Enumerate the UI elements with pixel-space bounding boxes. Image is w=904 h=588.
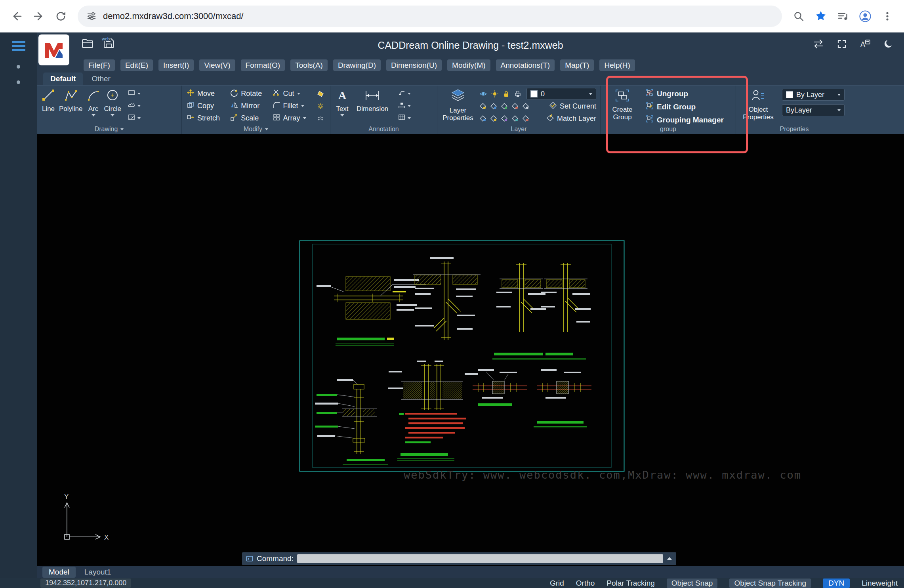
site-settings-icon[interactable] [86, 11, 97, 21]
revision-cloud-button[interactable] [128, 101, 141, 111]
match-layer-button[interactable]: Match Layer [546, 114, 596, 124]
status-object-snap-tracking[interactable]: Object Snap Tracking [729, 578, 811, 588]
reload-icon[interactable] [51, 7, 71, 26]
rectangle-chevron-icon[interactable] [137, 93, 141, 95]
ungroup-button[interactable]: Ungroup [646, 89, 724, 99]
move-button[interactable]: Move [187, 89, 221, 99]
dim-style-tool-button[interactable] [398, 101, 411, 111]
url-bar[interactable]: demo2.mxdraw3d.com:3000/mxcad/ [78, 6, 782, 27]
drawing-canvas[interactable]: webSdkTry: www. webcodsdk. com,MxDraw: w… [37, 134, 904, 566]
grouping-manager-button[interactable]: Grouping Manager [646, 115, 724, 125]
menu-item-drawing[interactable]: Drawing(D) [333, 59, 381, 71]
revision-cloud-chevron-icon[interactable] [137, 105, 141, 107]
media-controls-icon[interactable] [833, 7, 853, 26]
scale-button[interactable]: Scale [230, 113, 263, 123]
rotate-button[interactable]: Rotate [230, 89, 263, 99]
status-object-snap[interactable]: Object Snap [667, 578, 718, 588]
menu-item-tools[interactable]: Tools(A) [290, 59, 328, 71]
status-polar-tracking[interactable]: Polar Tracking [606, 579, 654, 588]
copy-button[interactable]: Copy [187, 101, 221, 111]
layer-state-6-button[interactable] [479, 115, 486, 122]
polyline-button[interactable]: Polyline [59, 89, 83, 113]
cut-button[interactable]: Cut [273, 89, 308, 99]
bookmark-star-icon[interactable] [811, 7, 830, 26]
explode-button[interactable] [317, 102, 326, 110]
fullscreen-icon[interactable] [837, 39, 847, 49]
browser-menu-icon[interactable] [878, 7, 897, 26]
menu-item-format[interactable]: Format(O) [241, 59, 285, 71]
linetype-dropdown[interactable]: ByLayer [782, 104, 845, 116]
set-current-button[interactable]: Set Current [549, 101, 596, 111]
array-chevron-icon[interactable] [303, 117, 306, 119]
arc-button[interactable]: Arc [87, 89, 100, 116]
linetype-dropdown-chevron-icon[interactable] [837, 109, 841, 111]
fillet-chevron-icon[interactable] [301, 105, 304, 107]
array-button[interactable]: Array [273, 113, 308, 123]
command-expand-icon[interactable] [667, 557, 672, 560]
theme-moon-icon[interactable] [883, 39, 894, 49]
ribbon-tab-default[interactable]: Default [43, 73, 83, 85]
ribbon-tab-other[interactable]: Other [84, 73, 118, 85]
layer-state-8-button[interactable] [501, 115, 508, 122]
layer-state-2-button[interactable] [490, 103, 497, 110]
color-dropdown-chevron-icon[interactable] [837, 94, 841, 96]
circle-button[interactable]: Circle [104, 89, 121, 116]
hamburger-menu-icon[interactable] [10, 39, 27, 53]
language-translate-icon[interactable]: A [860, 39, 871, 49]
status-grid[interactable]: Grid [550, 579, 564, 588]
layer-state-3-button[interactable] [501, 103, 508, 110]
layer-state-4-button[interactable] [511, 103, 519, 110]
circle-dropdown-chevron-icon[interactable] [111, 114, 114, 116]
status-lineweight[interactable]: Lineweight [862, 579, 898, 588]
drawing-panel-chevron-icon[interactable] [120, 128, 124, 130]
layer-dropdown-chevron-icon[interactable] [589, 93, 592, 95]
layer-state-1-button[interactable] [479, 103, 486, 110]
menu-item-help[interactable]: Help(H) [599, 59, 635, 71]
arc-dropdown-chevron-icon[interactable] [92, 114, 95, 116]
menu-item-view[interactable]: View(V) [199, 59, 235, 71]
layer-properties-button[interactable]: Layer Properties [442, 89, 474, 124]
tab-model[interactable]: Model [42, 567, 76, 578]
tab-layout1[interactable]: Layout1 [78, 567, 118, 578]
layer-lock-button[interactable] [502, 90, 510, 98]
zoom-icon[interactable] [789, 7, 808, 26]
menu-item-annotations[interactable]: Annotations(T) [496, 59, 555, 71]
table-chevron-icon[interactable] [408, 117, 411, 119]
edit-group-button[interactable]: Edit Group [646, 102, 724, 112]
menu-item-map[interactable]: Map(T) [560, 59, 594, 71]
create-group-button[interactable]: Create Group [605, 89, 639, 121]
dim-style-chevron-icon[interactable] [408, 105, 411, 107]
url-text[interactable]: demo2.mxdraw3d.com:3000/mxcad/ [103, 11, 244, 21]
mirror-button[interactable]: Mirror [230, 101, 263, 111]
switch-compare-icon[interactable] [813, 39, 824, 49]
menu-item-modify[interactable]: Modify(M) [447, 59, 490, 71]
hatch-chevron-icon[interactable] [137, 117, 141, 119]
modify-panel-chevron-icon[interactable] [265, 128, 268, 130]
dimension-button[interactable]: Dimension [357, 89, 388, 113]
layer-state-9-button[interactable] [511, 115, 519, 122]
hatch-tool-button[interactable] [128, 113, 141, 123]
menu-item-file[interactable]: File(F) [84, 59, 115, 71]
cut-chevron-icon[interactable] [297, 93, 300, 95]
layer-sun-button[interactable] [491, 90, 499, 98]
object-properties-button[interactable]: Object Properties [741, 89, 776, 121]
leader-tool-button[interactable] [398, 89, 411, 98]
forward-icon[interactable] [29, 7, 48, 26]
menu-item-insert[interactable]: Insert(I) [158, 59, 194, 71]
layer-select-dropdown[interactable]: 0 [526, 88, 596, 100]
status-dyn[interactable]: DYN [823, 578, 850, 588]
layer-print-button[interactable] [514, 90, 522, 98]
text-button[interactable]: A Text [335, 89, 349, 116]
offset-button[interactable] [317, 115, 326, 122]
layer-visibility-button[interactable] [479, 90, 487, 98]
command-input[interactable] [297, 554, 663, 563]
profile-avatar-icon[interactable] [856, 7, 875, 26]
rectangle-tool-button[interactable] [128, 89, 141, 98]
stretch-button[interactable]: Stretch [187, 113, 221, 123]
leader-chevron-icon[interactable] [408, 93, 411, 95]
layer-state-7-button[interactable] [490, 115, 497, 122]
menu-item-dimension[interactable]: Dimension(U) [386, 59, 442, 71]
text-dropdown-chevron-icon[interactable] [340, 114, 344, 116]
layer-state-10-button[interactable] [522, 115, 529, 122]
back-icon[interactable] [7, 7, 26, 26]
